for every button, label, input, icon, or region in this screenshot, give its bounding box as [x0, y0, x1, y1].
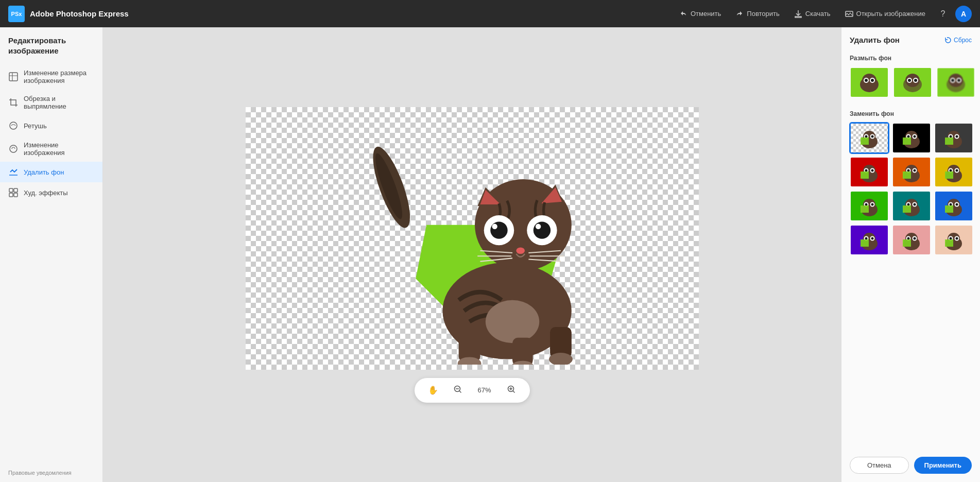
- svg-rect-5: [14, 188, 18, 192]
- svg-rect-131: [861, 239, 869, 247]
- panel-footer: Отмена Применить: [850, 451, 972, 474]
- redo-button[interactable]: Повторить: [730, 7, 784, 21]
- replace-option-orange[interactable]: [892, 157, 931, 187]
- sidebar-item-adjust[interactable]: Изменение изображения: [0, 136, 102, 162]
- replace-option-blue[interactable]: [934, 191, 973, 221]
- svg-point-66: [865, 135, 867, 138]
- remove-bg-icon: [8, 167, 19, 177]
- download-button[interactable]: Скачать: [789, 7, 836, 21]
- open-image-icon: [845, 10, 853, 18]
- svg-point-20: [490, 221, 507, 238]
- svg-point-74: [913, 135, 916, 138]
- effects-icon: [8, 187, 19, 198]
- legal-notice[interactable]: Правовые уведомления: [0, 463, 102, 482]
- svg-point-136: [907, 237, 909, 240]
- replace-cat-purple: [855, 228, 884, 252]
- blur-option-strong[interactable]: [936, 67, 975, 98]
- open-image-label: Открыть изображение: [856, 10, 925, 18]
- replace-option-dark[interactable]: [934, 123, 973, 153]
- svg-point-54: [908, 79, 911, 82]
- svg-point-101: [949, 169, 952, 172]
- blur-option-none[interactable]: [850, 67, 889, 98]
- cancel-button[interactable]: Отмена: [850, 457, 909, 474]
- replace-cat-dark: [940, 126, 968, 150]
- blur-thumb-cat-3: [940, 70, 971, 95]
- sidebar-item-effects[interactable]: Худ. эффекты: [0, 182, 102, 203]
- zoom-level-display: 67%: [474, 386, 495, 394]
- header-actions: Отменить Повторить Скачать Открыть изобр…: [674, 6, 972, 22]
- svg-point-24: [516, 247, 525, 254]
- svg-line-38: [459, 390, 461, 392]
- sidebar-item-remove-bg[interactable]: Удалить фон: [0, 162, 102, 182]
- help-button[interactable]: ?: [935, 6, 951, 22]
- hand-icon: ✋: [428, 385, 438, 395]
- replace-option-pink[interactable]: [892, 225, 931, 255]
- sidebar-item-crop[interactable]: Обрезка и выпрямление: [0, 90, 102, 115]
- svg-point-81: [955, 135, 958, 138]
- sidebar-item-retouch[interactable]: Ретушь: [0, 115, 102, 136]
- svg-point-116: [913, 203, 916, 206]
- hand-tool-button[interactable]: ✋: [425, 382, 441, 399]
- replace-option-yellow[interactable]: [934, 157, 973, 187]
- svg-point-129: [865, 237, 867, 240]
- blur-section-label: Размыть фон: [850, 55, 972, 62]
- svg-rect-82: [945, 137, 953, 145]
- svg-point-80: [949, 135, 952, 138]
- svg-point-130: [871, 237, 873, 240]
- blur-options-row: [850, 67, 972, 98]
- redo-label: Повторить: [747, 10, 779, 18]
- replace-cat-transparent: [855, 126, 884, 150]
- apply-button[interactable]: Применить: [914, 457, 972, 474]
- user-avatar[interactable]: A: [955, 6, 972, 22]
- replace-option-black[interactable]: [892, 123, 931, 153]
- replace-option-transparent[interactable]: [850, 123, 889, 153]
- svg-point-122: [949, 203, 952, 206]
- replace-option-teal[interactable]: [892, 191, 931, 221]
- replace-cat-red: [855, 160, 884, 184]
- svg-rect-96: [903, 171, 911, 179]
- zoom-in-icon: [507, 385, 515, 395]
- sidebar-title: Редактировать изображение: [0, 36, 102, 64]
- logo-icon: PSx: [8, 6, 25, 22]
- svg-rect-145: [945, 239, 953, 247]
- canvas-toolbar: ✋ 67%: [415, 378, 530, 403]
- cat-illustration: [307, 117, 642, 365]
- svg-rect-103: [945, 171, 953, 179]
- sidebar-item-retouch-label: Ретушь: [24, 122, 47, 130]
- download-icon: [794, 10, 802, 18]
- svg-point-88: [871, 169, 873, 172]
- open-image-button[interactable]: Открыть изображение: [840, 7, 931, 21]
- sidebar-item-resize-label: Изменение размера изображения: [24, 69, 94, 84]
- replace-option-purple[interactable]: [850, 225, 889, 255]
- main-layout: Редактировать изображение Изменение разм…: [0, 27, 980, 482]
- zoom-out-button[interactable]: [450, 382, 466, 399]
- undo-button[interactable]: Отменить: [674, 7, 726, 21]
- replace-cat-orange: [898, 160, 926, 184]
- canvas-wrapper: [246, 107, 699, 370]
- adjust-icon: [8, 144, 19, 154]
- replace-option-red[interactable]: [850, 157, 889, 187]
- zoom-in-button[interactable]: [503, 382, 520, 399]
- blur-thumb-cat-1: [854, 70, 885, 95]
- svg-rect-75: [903, 137, 911, 145]
- svg-point-115: [907, 203, 909, 206]
- svg-point-144: [955, 237, 958, 240]
- svg-rect-117: [903, 205, 911, 213]
- replace-option-green[interactable]: [850, 191, 889, 221]
- svg-rect-68: [861, 137, 869, 145]
- panel-title: Удалить фон: [850, 36, 900, 44]
- sidebar: Редактировать изображение Изменение разм…: [0, 27, 103, 482]
- blur-option-medium[interactable]: [893, 67, 932, 98]
- canvas-checkerboard[interactable]: [246, 107, 699, 370]
- right-panel: Удалить фон Сброс Размыть фон: [841, 27, 980, 482]
- resize-icon: [8, 72, 19, 82]
- svg-point-60: [951, 79, 954, 82]
- replace-option-peach[interactable]: [934, 225, 973, 255]
- svg-point-108: [865, 203, 867, 206]
- svg-rect-124: [945, 205, 953, 213]
- panel-header: Удалить фон Сброс: [850, 36, 972, 44]
- svg-point-143: [949, 237, 952, 240]
- sidebar-item-resize[interactable]: Изменение размера изображения: [0, 64, 102, 90]
- reset-label: Сброс: [954, 37, 972, 44]
- reset-button[interactable]: Сброс: [944, 37, 972, 44]
